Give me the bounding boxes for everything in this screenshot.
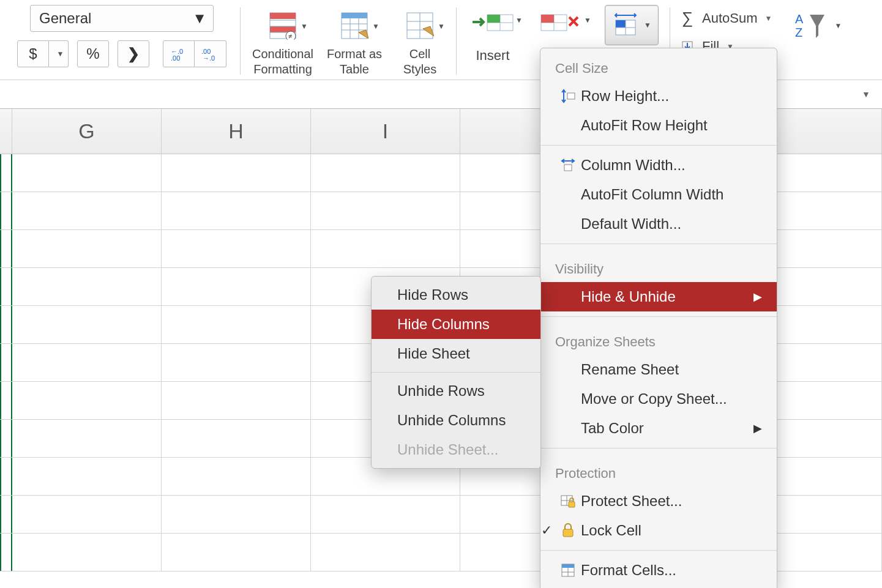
chevron-down-icon: ▼ — [644, 21, 651, 29]
submenu-label: Unhide Sheet... — [397, 441, 498, 458]
comma-style-button[interactable]: ❯ — [118, 40, 149, 67]
submenu-item-unhide-columns[interactable]: Unhide Columns — [372, 406, 540, 435]
protect-sheet-icon — [555, 493, 581, 509]
submenu-label: Hide Rows — [397, 286, 468, 303]
menu-item-label: Format Cells... — [581, 562, 762, 579]
hide-unhide-submenu[interactable]: Hide Rows Hide Columns Hide Sheet Unhide… — [371, 276, 541, 469]
svg-rect-13 — [342, 13, 367, 18]
menu-item-label: Tab Color — [581, 420, 753, 437]
decrease-decimal-icon: .00 →.0 — [201, 47, 220, 61]
submenu-item-hide-rows[interactable]: Hide Rows — [372, 280, 540, 310]
menu-item-label: Hide & Unhide — [581, 288, 753, 305]
format-cells-icon — [612, 12, 639, 39]
menu-item-label: Column Width... — [581, 157, 762, 174]
menu-item-row-height[interactable]: Row Height... — [540, 81, 777, 111]
cell-styles-label: Cell Styles — [392, 47, 447, 77]
submenu-arrow-icon: ▶ — [753, 422, 762, 435]
format-menu[interactable]: Cell Size Row Height... AutoFit Row Heig… — [540, 48, 777, 588]
menu-section-protection: Protection — [540, 453, 777, 486]
cell-styles-button[interactable]: ▼ Cell Styles — [392, 5, 447, 77]
submenu-item-unhide-rows[interactable]: Unhide Rows — [372, 376, 540, 406]
submenu-arrow-icon: ▶ — [753, 290, 762, 303]
chevron-down-icon: ▼ — [765, 14, 772, 23]
delete-cells-icon — [540, 11, 583, 33]
column-header-g[interactable]: G — [12, 109, 162, 154]
format-as-table-icon — [340, 12, 368, 40]
menu-item-hide-unhide[interactable]: Hide & Unhide ▶ — [540, 282, 777, 311]
increase-decimal-button[interactable]: ←.0 .00 — [163, 40, 195, 67]
menu-item-label: Move or Copy Sheet... — [581, 390, 762, 408]
menu-item-format-cells[interactable]: Format Cells... — [540, 556, 777, 585]
menu-item-move-copy-sheet[interactable]: Move or Copy Sheet... — [540, 384, 777, 414]
conditional-formatting-label: Conditional Formatting — [249, 47, 316, 77]
insert-label: Insert — [476, 48, 509, 64]
increase-decimal-icon: ←.0 .00 — [170, 47, 188, 61]
format-as-table-button[interactable]: ▼ Format as Table — [324, 5, 385, 77]
svg-rect-45 — [562, 564, 574, 568]
sigma-icon: ∑ — [679, 9, 696, 28]
expand-formula-bar-button[interactable]: ▼ — [858, 86, 875, 103]
menu-item-tab-color[interactable]: Tab Color ▶ — [540, 414, 777, 443]
number-format-dropdown[interactable]: General ▼ — [30, 5, 214, 32]
editing-group: ∑ AutoSum ▼ Fill ▼ — [679, 5, 772, 54]
svg-text:A: A — [795, 12, 804, 26]
menu-item-label: Default Width... — [581, 215, 762, 233]
svg-text:Z: Z — [795, 26, 802, 39]
chevron-down-icon: ▼ — [57, 50, 64, 58]
chevron-down-icon: ▼ — [192, 10, 207, 27]
menu-item-label: Rename Sheet — [581, 361, 762, 378]
conditional-formatting-button[interactable]: ≠ ▼ Conditional Formatting — [249, 5, 316, 77]
menu-item-label: Row Height... — [581, 87, 762, 105]
decrease-decimal-button[interactable]: .00 →.0 — [195, 40, 226, 67]
menu-item-autofit-column-width[interactable]: AutoFit Column Width — [540, 180, 777, 209]
format-cells-dropdown-button[interactable]: ▼ — [602, 5, 661, 45]
svg-rect-29 — [541, 15, 554, 23]
currency-dropdown[interactable]: ▼ — [49, 40, 69, 67]
menu-item-autofit-row-height[interactable]: AutoFit Row Height — [540, 111, 777, 140]
menu-item-label: AutoFit Column Width — [581, 186, 762, 203]
insert-cells-icon — [471, 11, 514, 33]
currency-button[interactable]: $ — [17, 40, 49, 67]
menu-item-rename-sheet[interactable]: Rename Sheet — [540, 355, 777, 384]
column-header-i[interactable]: I — [311, 109, 460, 154]
menu-item-lock-cell[interactable]: ✓ Lock Cell — [540, 516, 777, 545]
svg-text:≠: ≠ — [288, 32, 292, 40]
submenu-label: Unhide Rows — [397, 382, 485, 399]
chevron-down-icon: ▼ — [438, 22, 445, 31]
submenu-label: Hide Columns — [397, 316, 490, 332]
svg-rect-31 — [616, 20, 626, 28]
check-icon: ✓ — [538, 523, 555, 538]
svg-rect-5 — [270, 13, 296, 19]
submenu-label: Unhide Columns — [397, 412, 506, 428]
svg-rect-43 — [563, 529, 573, 537]
percent-button[interactable]: % — [77, 40, 109, 67]
conditional-formatting-icon: ≠ — [269, 12, 297, 40]
menu-item-column-width[interactable]: Column Width... — [540, 151, 777, 180]
chevron-down-icon: ▼ — [372, 22, 379, 31]
sort-filter-button[interactable]: A Z ▼ — [795, 11, 842, 40]
menu-item-default-width[interactable]: Default Width... — [540, 209, 777, 239]
chevron-down-icon: ▼ — [515, 16, 523, 24]
svg-rect-25 — [487, 15, 500, 23]
menu-item-label: Lock Cell — [581, 522, 762, 539]
number-format-selected: General — [39, 10, 91, 27]
submenu-item-unhide-sheet: Unhide Sheet... — [372, 435, 540, 464]
submenu-item-hide-sheet[interactable]: Hide Sheet — [372, 339, 540, 368]
menu-item-label: Protect Sheet... — [581, 493, 762, 510]
cell-styles-icon — [406, 12, 434, 40]
row-height-icon — [555, 88, 581, 104]
menu-item-protect-sheet[interactable]: Protect Sheet... — [540, 486, 777, 516]
format-as-table-label: Format as Table — [324, 47, 385, 77]
number-format-group: General ▼ $ ▼ % ❯ ←.0 — [12, 5, 231, 78]
svg-rect-37 — [567, 93, 575, 99]
sort-filter-icon: A Z — [795, 11, 829, 40]
insert-cells-button[interactable]: ▼ Insert — [465, 5, 520, 64]
svg-rect-42 — [569, 502, 575, 507]
column-header-h[interactable]: H — [162, 109, 311, 154]
submenu-item-hide-columns[interactable]: Hide Columns — [372, 310, 540, 339]
autosum-button[interactable]: ∑ AutoSum ▼ — [679, 9, 772, 28]
column-header-edge — [0, 109, 12, 154]
percent-symbol: % — [86, 45, 99, 62]
chevron-down-icon: ▼ — [862, 89, 870, 99]
submenu-label: Hide Sheet — [397, 345, 470, 362]
